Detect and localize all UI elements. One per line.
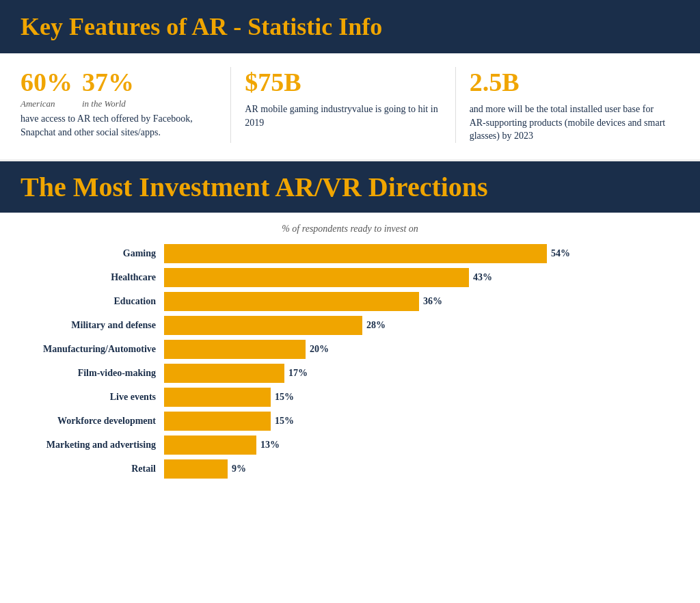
stats-section: 60% American 37% in the World have acces…: [0, 53, 700, 161]
chart-bar-area: 36%: [164, 292, 679, 311]
chart-label: Marketing and advertising: [21, 440, 164, 451]
chart-bar: [164, 388, 271, 407]
chart-row: Workforce development15%: [21, 412, 679, 431]
chart-bar-area: 13%: [164, 436, 679, 455]
page-wrapper: Key Features of AR - Statistic Info 60% …: [0, 0, 700, 504]
chart-pct-label: 36%: [423, 296, 442, 307]
chart-label: Military and defense: [21, 320, 164, 331]
chart-pct-label: 20%: [310, 344, 329, 355]
chart-row: Healthcare43%: [21, 268, 679, 287]
chart-label: Film-video-making: [21, 368, 164, 379]
chart-bar-area: 54%: [164, 244, 679, 263]
top-header: Key Features of AR - Statistic Info: [0, 0, 700, 53]
stat-25b-number: 2.5B: [470, 67, 520, 97]
chart-label: Workforce development: [21, 416, 164, 427]
chart-pct-label: 54%: [551, 248, 570, 259]
chart-bar: [164, 244, 547, 263]
stat-37-sub: in the World: [82, 98, 134, 109]
stat-60: 60% American: [21, 67, 72, 109]
stat-37: 37% in the World: [82, 67, 134, 109]
stat-access-desc: have access to AR tech offered by Facebo…: [21, 112, 217, 139]
chart-bar-area: 15%: [164, 388, 679, 407]
chart-pct-label: 15%: [275, 416, 294, 427]
chart-row: Film-video-making17%: [21, 364, 679, 383]
chart-bar-area: 20%: [164, 340, 679, 359]
chart-row: Gaming54%: [21, 244, 679, 263]
chart-row: Education36%: [21, 292, 679, 311]
stat-75b-number: $75B: [245, 67, 301, 97]
stat-block-gaming: $75B AR mobile gaming industryvalue is g…: [230, 67, 455, 143]
chart-bar: [164, 459, 228, 479]
chart-bar: [164, 292, 419, 311]
chart-bar-area: 15%: [164, 412, 679, 431]
chart-pct-label: 28%: [366, 320, 386, 331]
chart-container: Gaming54%Healthcare43%Education36%Milita…: [21, 244, 679, 479]
chart-label: Education: [21, 296, 164, 307]
investment-header: The Most Investment AR/VR Directions: [0, 161, 700, 213]
chart-label: Live events: [21, 392, 164, 403]
chart-label: Gaming: [21, 248, 164, 259]
chart-bar: [164, 316, 362, 335]
stat-block-access: 60% American 37% in the World have acces…: [21, 67, 230, 143]
chart-pct-label: 9%: [232, 464, 246, 474]
chart-row: Marketing and advertising13%: [21, 436, 679, 455]
stat-block-userbase: 2.5B and more will be the total installe…: [455, 67, 679, 143]
stat-60-number: 60%: [21, 67, 72, 97]
chart-bar: [164, 412, 271, 431]
chart-bar-area: 9%: [164, 459, 679, 479]
stat-pair-numbers: 60% American 37% in the World: [21, 67, 217, 109]
stat-userbase-desc: and more will be the total installed use…: [470, 103, 666, 143]
stat-60-sub: American: [21, 98, 72, 109]
chart-row: Retail9%: [21, 459, 679, 479]
chart-bar-area: 28%: [164, 316, 679, 335]
stat-gaming-desc: AR mobile gaming industryvalue is going …: [245, 103, 441, 129]
chart-label: Healthcare: [21, 272, 164, 283]
chart-bar: [164, 436, 256, 455]
chart-pct-label: 13%: [260, 440, 280, 451]
chart-bar: [164, 340, 306, 359]
chart-subtitle: % of respondents ready to invest on: [21, 224, 679, 234]
chart-row: Live events15%: [21, 388, 679, 407]
chart-pct-label: 15%: [275, 392, 294, 403]
chart-row: Manufacturing/Automotive20%: [21, 340, 679, 359]
chart-label: Retail: [21, 464, 164, 474]
chart-bar-area: 17%: [164, 364, 679, 383]
chart-pct-label: 43%: [473, 272, 492, 283]
chart-row: Military and defense28%: [21, 316, 679, 335]
stat-37-number: 37%: [82, 67, 134, 97]
chart-bar-area: 43%: [164, 268, 679, 287]
chart-bar: [164, 364, 284, 383]
chart-pct-label: 17%: [288, 368, 308, 379]
investment-title: The Most Investment AR/VR Directions: [21, 171, 679, 203]
chart-label: Manufacturing/Automotive: [21, 344, 164, 355]
chart-bar: [164, 268, 469, 287]
chart-section: % of respondents ready to invest on Gami…: [0, 213, 700, 504]
page-title: Key Features of AR - Statistic Info: [21, 12, 679, 41]
